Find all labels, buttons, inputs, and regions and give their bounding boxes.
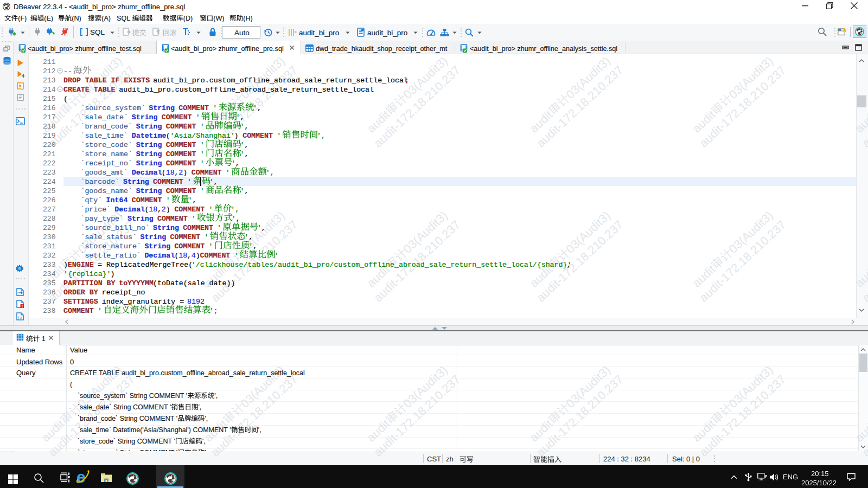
svg-text:',: ', — [205, 415, 208, 422]
svg-text:': ' — [230, 252, 239, 260]
svg-text:2: 2 — [162, 206, 166, 214]
svg-text:COMMENT: COMMENT — [166, 187, 196, 195]
svg-text:`store_nature`: `store_nature` — [80, 242, 141, 251]
svg-text:': ' — [274, 252, 278, 260]
svg-text:`settle_ratio`: `settle_ratio` — [80, 252, 141, 260]
svg-text:,: , — [240, 113, 245, 121]
svg-text:Decimal: Decimal — [144, 252, 175, 260]
svg-text:': ' — [257, 224, 261, 232]
svg-text:`source_system`: `source_system` — [80, 104, 145, 112]
svg-text:',: ', — [205, 449, 208, 451]
svg-text:String: String — [136, 187, 162, 195]
svg-text:PARTITION BY: PARTITION BY — [63, 279, 116, 287]
svg-text:230: 230 — [43, 233, 56, 241]
svg-text:': ' — [196, 141, 205, 149]
svg-text:234: 234 — [43, 270, 56, 278]
svg-text:': ' — [240, 123, 245, 131]
svg-text:<audit_bi_pro> zhumr_offline_a: <audit_bi_pro> zhumr_offline_analysis_se… — [470, 45, 617, 53]
svg-text:= ReplicatedMergeTree(: = ReplicatedMergeTree( — [93, 261, 193, 269]
svg-text:`price`: `price` — [80, 206, 111, 214]
svg-text:DROP TABLE IF EXISTS: DROP TABLE IF EXISTS — [63, 76, 150, 85]
svg-text:,: , — [248, 233, 253, 241]
svg-text:Query: Query — [16, 369, 36, 377]
svg-text:': ' — [187, 215, 196, 223]
svg-text:,: , — [257, 104, 261, 112]
svg-text:`sale_time`: `sale_time` — [80, 132, 128, 140]
svg-text:): ) — [183, 169, 187, 177]
svg-text:audit_bi_pro.custom_offline_ab: audit_bi_pro.custom_offline_abroad_sale_… — [114, 86, 374, 94]
svg-text:',: ', — [317, 132, 326, 140]
svg-text:String: String — [141, 233, 167, 241]
svg-text:;: ; — [405, 76, 409, 85]
svg-text:Auto: Auto — [234, 29, 250, 37]
svg-text:': ' — [93, 307, 102, 315]
svg-text:`barcode`: `barcode` — [80, 178, 119, 186]
svg-text:CREATE TABLE: CREATE TABLE — [63, 86, 116, 94]
svg-text:`source_bill_no`: `source_bill_no` — [80, 224, 149, 232]
svg-text:',: ', — [202, 438, 206, 445]
svg-text:): ) — [166, 206, 170, 214]
svg-text:(: ( — [63, 95, 68, 103]
svg-text:214: 214 — [43, 86, 56, 94]
svg-text:,: , — [253, 242, 257, 251]
svg-text:,: , — [236, 215, 240, 223]
svg-text:(E): (E) — [44, 15, 53, 22]
svg-text:213: 213 — [43, 76, 56, 85]
svg-text:': ' — [183, 178, 192, 186]
svg-text:COMMENT: COMMENT — [178, 104, 209, 112]
svg-text:(F): (F) — [18, 15, 27, 22]
svg-text:223: 223 — [43, 169, 56, 177]
svg-text:': ' — [209, 307, 214, 315]
svg-text:`pay_type`: `pay_type` — [80, 215, 124, 223]
svg-text:Datetime: Datetime — [132, 132, 167, 140]
svg-text:COMMENT: COMMENT — [166, 141, 196, 149]
svg-text:COMMENT: COMMENT — [174, 242, 205, 251]
svg-text:): ) — [63, 261, 68, 269]
svg-text:Value: Value — [70, 346, 87, 354]
svg-text:': ' — [196, 150, 205, 158]
svg-text:`receipt_no`: `receipt_no` — [80, 159, 132, 168]
svg-text:0: 0 — [70, 358, 74, 366]
svg-text:DBeaver 22.3.4 - <audit_bi_pro: DBeaver 22.3.4 - <audit_bi_pro> zhumr_of… — [14, 3, 185, 11]
svg-text:': ' — [213, 224, 221, 232]
svg-text:): ) — [110, 270, 114, 278]
svg-text:(: ( — [174, 252, 178, 260]
svg-text:': ' — [209, 178, 214, 186]
svg-text:217: 217 — [43, 113, 56, 121]
svg-text:COMMENT: COMMENT — [63, 307, 94, 315]
svg-text:`store_name`: `store_name` — [80, 150, 132, 158]
svg-text:`source_system` String COMMENT: `source_system` String COMMENT ' — [70, 392, 187, 400]
svg-text:': ' — [244, 233, 248, 241]
svg-text:COMMENT: COMMENT — [242, 132, 273, 140]
svg-text:': ' — [200, 233, 209, 241]
svg-text:,: , — [244, 150, 248, 158]
svg-text:(W): (W) — [213, 15, 224, 22]
svg-text:--: -- — [63, 67, 72, 75]
svg-text:219: 219 — [43, 132, 56, 140]
svg-text:Decimal: Decimal — [132, 169, 162, 177]
svg-text:COMMENT: COMMENT — [157, 215, 188, 223]
svg-text:COMMENT: COMMENT — [166, 123, 196, 131]
svg-text:COMMENT: COMMENT — [153, 178, 183, 186]
svg-text:receipt_no: receipt_no — [98, 288, 145, 297]
svg-text:`sale_date`: `sale_date` — [80, 113, 128, 121]
svg-text:(x): (x) — [18, 316, 24, 320]
svg-text:',: ', — [266, 169, 275, 177]
svg-text:': ' — [196, 159, 205, 168]
svg-text:': ' — [192, 113, 200, 121]
svg-text:String: String — [127, 215, 154, 223]
svg-text:'{replica}': '{replica}' — [63, 270, 111, 278]
svg-text:Updated Rows: Updated Rows — [16, 358, 63, 366]
svg-text:': ' — [240, 141, 245, 149]
svg-text:,: , — [192, 196, 196, 204]
svg-text:218: 218 — [43, 123, 56, 131]
svg-text:Name: Name — [16, 346, 35, 354]
svg-text:227: 227 — [43, 206, 56, 214]
svg-text:': ' — [240, 187, 245, 195]
svg-text:(: ( — [162, 169, 166, 177]
svg-text:18: 18 — [166, 169, 175, 177]
svg-text:215: 215 — [43, 95, 56, 103]
svg-text:': ' — [196, 187, 205, 195]
svg-text:`brand_code`: `brand_code` — [80, 123, 132, 131]
svg-text:4: 4 — [192, 252, 196, 260]
